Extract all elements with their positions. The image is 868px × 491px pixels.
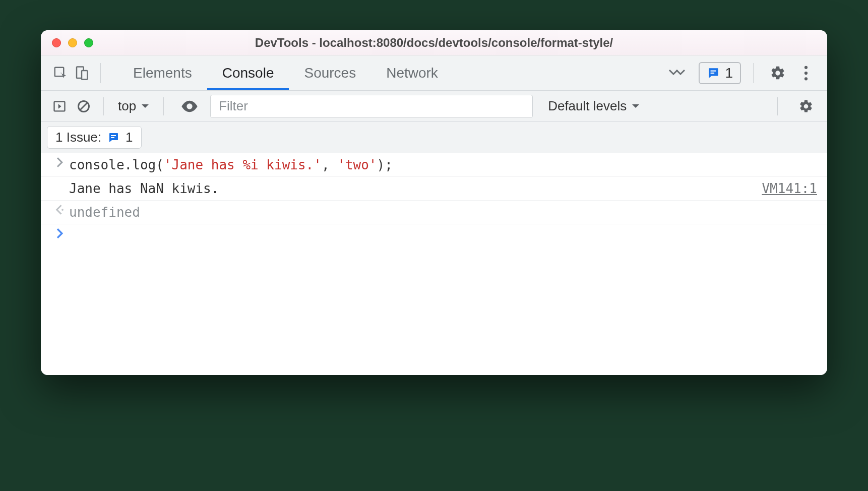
minimize-window-button[interactable]: [68, 38, 77, 47]
svg-point-7: [804, 77, 808, 80]
input-chevron-icon: [51, 157, 69, 167]
fullscreen-window-button[interactable]: [84, 38, 93, 47]
svg-rect-2: [82, 71, 87, 80]
panel-tabs: Elements Console Sources Network: [118, 55, 453, 90]
code-string: 'Jane has %i kiwis.': [164, 157, 322, 172]
toggle-sidebar-icon[interactable]: [50, 97, 69, 116]
separator: [163, 97, 164, 115]
tab-label: Sources: [304, 65, 356, 81]
svg-point-13: [61, 209, 64, 211]
tab-console[interactable]: Console: [207, 55, 289, 90]
code-token: ,: [322, 157, 337, 172]
more-tabs-icon[interactable]: [659, 68, 695, 78]
console-return-value: undefined: [69, 205, 817, 220]
clear-console-icon[interactable]: [74, 97, 93, 116]
code-string: 'two': [337, 157, 377, 172]
context-selector[interactable]: top: [114, 98, 153, 114]
svg-point-6: [804, 71, 808, 74]
code-token: console.log(: [69, 157, 164, 172]
console-return-line: undefined: [41, 201, 827, 224]
kebab-menu-icon[interactable]: [794, 61, 818, 85]
svg-line-10: [80, 103, 87, 110]
source-link[interactable]: VM141:1: [762, 181, 817, 196]
filter-input[interactable]: [210, 95, 533, 118]
context-label: top: [118, 98, 136, 114]
console-log-line: Jane has NaN kiwis. VM141:1: [41, 177, 827, 201]
issue-count: 1: [126, 130, 133, 145]
window-title: DevTools - localhost:8080/docs/devtools/…: [41, 36, 827, 50]
separator: [100, 63, 101, 83]
separator: [753, 63, 754, 83]
chevron-down-icon: [632, 103, 640, 109]
log-levels-selector[interactable]: Default levels: [548, 98, 640, 114]
issues-count: 1: [725, 65, 733, 81]
svg-rect-3: [711, 70, 716, 71]
close-window-button[interactable]: [52, 38, 61, 47]
issue-prefix: 1 Issue:: [55, 130, 101, 145]
window-controls: [52, 38, 93, 47]
device-toolbar-icon[interactable]: [71, 63, 92, 84]
tab-elements[interactable]: Elements: [118, 55, 207, 90]
titlebar: DevTools - localhost:8080/docs/devtools/…: [41, 30, 827, 55]
tabbar-right: 1: [659, 61, 818, 85]
issues-badge[interactable]: 1: [699, 62, 741, 84]
message-icon: [107, 132, 119, 144]
issue-summary-row: 1 Issue: 1: [41, 122, 827, 153]
code-token: );: [377, 157, 393, 172]
console-prompt-line[interactable]: [41, 224, 827, 242]
main-tabbar: Elements Console Sources Network 1: [41, 55, 827, 91]
separator: [103, 97, 104, 115]
chevron-down-icon: [141, 103, 149, 109]
console-input-code[interactable]: console.log('Jane has %i kiwis.', 'two')…: [69, 157, 817, 172]
svg-point-5: [804, 66, 808, 69]
console-settings-icon[interactable]: [794, 94, 818, 118]
issue-pill[interactable]: 1 Issue: 1: [47, 126, 142, 149]
tab-label: Console: [222, 65, 274, 81]
prompt-chevron-icon: [51, 228, 69, 238]
console-toolbar: top Default levels: [41, 91, 827, 122]
settings-icon[interactable]: [766, 61, 790, 85]
console-input-line: console.log('Jane has %i kiwis.', 'two')…: [41, 153, 827, 177]
live-expression-icon[interactable]: [179, 96, 200, 117]
svg-rect-11: [111, 135, 116, 136]
tab-label: Elements: [133, 65, 192, 81]
tab-label: Network: [386, 65, 438, 81]
tab-sources[interactable]: Sources: [289, 55, 371, 90]
devtools-window: DevTools - localhost:8080/docs/devtools/…: [41, 30, 827, 375]
console-output: console.log('Jane has %i kiwis.', 'two')…: [41, 153, 827, 375]
message-icon: [707, 67, 720, 80]
levels-label: Default levels: [548, 98, 627, 114]
inspect-element-icon[interactable]: [50, 63, 71, 84]
svg-rect-4: [711, 72, 715, 73]
console-log-text: Jane has NaN kiwis.: [69, 181, 762, 196]
output-chevron-icon: [51, 205, 69, 215]
separator: [777, 97, 778, 115]
tab-network[interactable]: Network: [371, 55, 453, 90]
svg-rect-12: [111, 137, 114, 138]
